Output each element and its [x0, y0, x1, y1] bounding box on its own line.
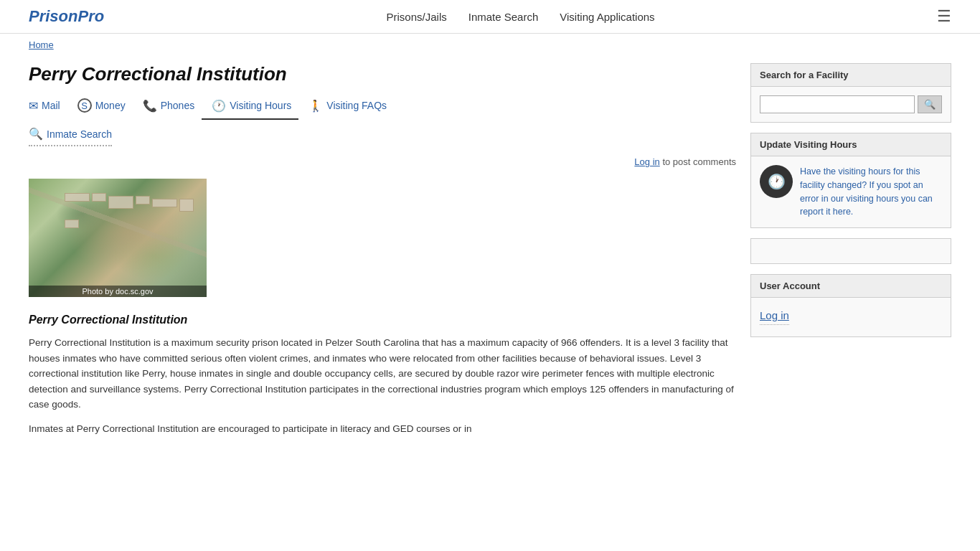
- facility-search-box: Search for a Facility 🔍: [750, 63, 951, 123]
- facility-description: Perry Correctional Institution is a maxi…: [29, 335, 736, 437]
- nav-visiting-applications[interactable]: Visiting Applications: [560, 11, 654, 23]
- visiting-hours-icon: 🕐: [212, 99, 226, 113]
- breadcrumb: Home: [0, 34, 980, 56]
- tab-visiting-faqs-label: Visiting FAQs: [326, 100, 387, 111]
- facility-search-content: 🔍: [751, 87, 951, 122]
- clock-icon: 🕐: [760, 165, 793, 198]
- facility-image-wrap: Photo by doc.sc.gov: [29, 179, 207, 297]
- building-1: [65, 193, 90, 202]
- facility-search-wrap: 🔍: [760, 95, 942, 113]
- main-layout: Perry Correctional Institution ✉ Mail S …: [0, 56, 980, 453]
- tab-visiting-hours-label: Visiting Hours: [230, 100, 291, 111]
- building-4: [136, 196, 150, 204]
- content-area: Perry Correctional Institution ✉ Mail S …: [29, 63, 736, 446]
- tab-phones-label: Phones: [161, 100, 194, 111]
- tab-navigation: ✉ Mail S Money 📞 Phones 🕐 Visiting Hours…: [29, 95, 736, 120]
- site-logo: PrisonPro: [29, 7, 104, 26]
- update-hours-header: Update Visiting Hours: [751, 133, 951, 156]
- building-7: [65, 220, 79, 228]
- facility-search-header: Search for a Facility: [751, 64, 951, 87]
- login-line-text: to post comments: [662, 156, 736, 167]
- description-paragraph-1: Perry Correctional Institution is a maxi…: [29, 335, 736, 413]
- search-icon: 🔍: [29, 127, 43, 141]
- tab-money-label: Money: [95, 100, 126, 111]
- buildings-overlay: [65, 193, 207, 228]
- post-comment-line: Log in to post comments: [29, 156, 736, 167]
- hamburger-menu-icon[interactable]: ☰: [937, 7, 951, 26]
- tab-money[interactable]: S Money: [67, 95, 133, 120]
- tab-mail-label: Mail: [42, 100, 60, 111]
- inmate-search-label: Inmate Search: [47, 128, 112, 140]
- inmate-search-link[interactable]: 🔍 Inmate Search: [29, 127, 112, 146]
- user-account-content: Log in: [751, 298, 951, 336]
- user-account-header: User Account: [751, 275, 951, 298]
- update-hours-content: 🕐 Have the visiting hours for this facil…: [751, 156, 951, 227]
- update-hours-link[interactable]: Have the visiting hours for this facilit…: [800, 165, 942, 219]
- tab-phones[interactable]: 📞 Phones: [133, 95, 202, 120]
- user-account-box: User Account Log in: [750, 274, 951, 337]
- user-account-login-button[interactable]: Log in: [760, 309, 789, 325]
- nav-prisons-jails[interactable]: Prisons/Jails: [387, 11, 447, 23]
- main-nav: Prisons/Jails Inmate Search Visiting App…: [387, 11, 655, 23]
- building-3: [108, 196, 133, 209]
- breadcrumb-home[interactable]: Home: [29, 39, 54, 50]
- visiting-faqs-icon: 🚶: [308, 99, 323, 113]
- building-6: [179, 199, 194, 212]
- facility-search-button[interactable]: 🔍: [918, 95, 942, 113]
- page-title: Perry Correctional Institution: [29, 63, 736, 85]
- facility-search-input[interactable]: [760, 95, 915, 113]
- tab-visiting-hours[interactable]: 🕐 Visiting Hours: [202, 95, 298, 120]
- building-5: [152, 199, 177, 207]
- header: PrisonPro Prisons/Jails Inmate Search Vi…: [0, 0, 980, 34]
- update-visiting-hours-box: Update Visiting Hours 🕐 Have the visitin…: [750, 133, 951, 228]
- money-icon: S: [77, 98, 92, 113]
- update-hours-inner: 🕐 Have the visiting hours for this facil…: [760, 165, 942, 219]
- photo-caption: Photo by doc.sc.gov: [29, 286, 207, 297]
- phones-icon: 📞: [143, 99, 157, 113]
- description-paragraph-2: Inmates at Perry Correctional Institutio…: [29, 421, 736, 437]
- facility-subtitle: Perry Correctional Institution: [29, 314, 736, 326]
- empty-box-content: [751, 239, 951, 256]
- tab-visiting-faqs[interactable]: 🚶 Visiting FAQs: [298, 95, 394, 120]
- empty-sidebar-box: [750, 238, 951, 264]
- mail-icon: ✉: [29, 99, 38, 113]
- facility-image: Photo by doc.sc.gov: [29, 179, 207, 297]
- sidebar: Search for a Facility 🔍 Update Visiting …: [750, 63, 951, 446]
- nav-inmate-search[interactable]: Inmate Search: [468, 11, 539, 23]
- tab-mail[interactable]: ✉ Mail: [29, 95, 67, 120]
- login-link[interactable]: Log in: [634, 156, 659, 167]
- building-2: [92, 193, 106, 202]
